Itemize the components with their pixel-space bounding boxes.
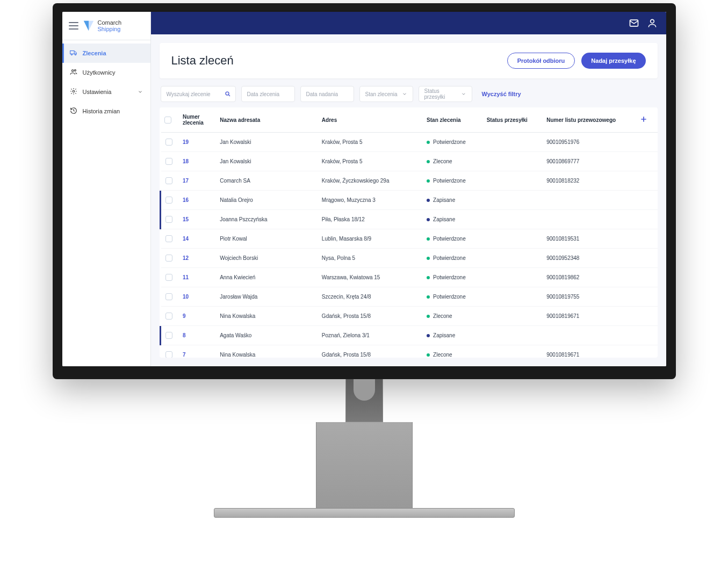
cell-tracking bbox=[542, 326, 632, 345]
sidebar-item-label: Ustawienia bbox=[83, 89, 112, 95]
row-checkbox[interactable] bbox=[165, 274, 172, 281]
table-row[interactable]: 10Jarosław WajdaSzczecin, Kręta 24/8Potw… bbox=[160, 287, 658, 307]
svg-point-1 bbox=[71, 54, 72, 55]
status-dot-icon bbox=[427, 141, 430, 144]
table-row[interactable]: 14Piotr KowalLublin, Masarska 8/9Potwier… bbox=[160, 229, 658, 249]
table-row[interactable]: 16Natalia OrejroMrągowo, Muzyczna 3Zapis… bbox=[160, 191, 658, 210]
mail-icon[interactable] bbox=[629, 18, 639, 28]
cell-address: Szczecin, Kręta 24/8 bbox=[318, 287, 422, 307]
order-number-link[interactable]: 17 bbox=[183, 178, 189, 184]
table-row[interactable]: 9Nina KowalskaGdańsk, Prosta 15/8Zlecone… bbox=[160, 307, 658, 326]
row-checkbox[interactable] bbox=[165, 235, 172, 242]
page-header: Lista zleceń Protokół odbioru Nadaj prze… bbox=[160, 43, 658, 78]
row-checkbox[interactable] bbox=[165, 293, 172, 300]
th-recipient[interactable]: Nazwa adresata bbox=[215, 107, 318, 133]
row-checkbox[interactable] bbox=[165, 139, 172, 146]
table-row[interactable]: 19Jan KowalskiKraków, Prosta 5Potwierdzo… bbox=[160, 133, 658, 152]
svg-point-7 bbox=[650, 19, 654, 23]
row-checkbox[interactable] bbox=[165, 313, 172, 320]
th-status[interactable]: Status przesyłki bbox=[482, 107, 543, 133]
table-row[interactable]: 11Anna KwiecieńWarszawa, Kwiatowa 15Potw… bbox=[160, 268, 658, 287]
cell-address: Mrągowo, Muzyczna 3 bbox=[318, 191, 422, 210]
order-number-link[interactable]: 19 bbox=[183, 139, 189, 145]
orders-table: Numer zlecenia Nazwa adresata Adres Stan… bbox=[160, 107, 658, 358]
cell-status bbox=[482, 287, 543, 307]
order-number-link[interactable]: 8 bbox=[183, 332, 186, 338]
topbar bbox=[151, 12, 666, 34]
th-order-num[interactable]: Numer zlecenia bbox=[178, 107, 215, 133]
row-checkbox[interactable] bbox=[165, 255, 172, 262]
sidebar: Comarch Shipping ZleceniaUżytkownicyUsta… bbox=[62, 12, 151, 366]
clear-filters-link[interactable]: Wyczyść filtry bbox=[482, 91, 521, 97]
cell-address: Kraków, Życzkowskiego 29a bbox=[318, 171, 422, 191]
history-icon bbox=[70, 107, 77, 115]
sidebar-item-zlecenia[interactable]: Zlecenia bbox=[62, 44, 150, 63]
order-number-link[interactable]: 15 bbox=[183, 216, 189, 222]
hamburger-menu-icon[interactable] bbox=[69, 22, 78, 30]
select-all-checkbox[interactable] bbox=[164, 117, 171, 124]
status-dot-icon bbox=[427, 257, 430, 260]
table-row[interactable]: 18Jan KowalskiKraków, Prosta 5Zlecone900… bbox=[160, 152, 658, 171]
cell-recipient: Natalia Orejro bbox=[215, 191, 318, 210]
date-submit-filter[interactable]: Data nadania bbox=[300, 86, 354, 102]
truck-icon bbox=[70, 49, 77, 57]
sidebar-item-ustawienia[interactable]: Ustawienia bbox=[62, 82, 150, 102]
search-input[interactable] bbox=[167, 91, 230, 97]
cell-address: Poznań, Zielona 3/1 bbox=[318, 326, 422, 345]
cell-state: Potwierdzone bbox=[427, 274, 478, 280]
cell-recipient: Jan Kowalski bbox=[215, 133, 318, 152]
th-tracking[interactable]: Numer listu przewozowego bbox=[542, 107, 632, 133]
logo[interactable]: Comarch Shipping bbox=[83, 19, 122, 32]
table-row[interactable]: 12Wojciech BorskiNysa, Polna 5Potwierdzo… bbox=[160, 249, 658, 268]
row-checkbox[interactable] bbox=[165, 332, 172, 339]
sidebar-item-historia-zmian[interactable]: Historia zmian bbox=[62, 102, 150, 121]
row-checkbox[interactable] bbox=[165, 177, 172, 184]
sidebar-item-użytkownicy[interactable]: Użytkownicy bbox=[62, 63, 150, 82]
svg-rect-0 bbox=[70, 51, 74, 54]
cell-state: Zapisane bbox=[427, 216, 478, 222]
row-checkbox[interactable] bbox=[165, 351, 172, 358]
cell-tracking: 90010819671 bbox=[542, 345, 632, 358]
order-number-link[interactable]: 16 bbox=[183, 197, 189, 203]
order-number-link[interactable]: 7 bbox=[183, 352, 186, 358]
cell-recipient: Jan Kowalski bbox=[215, 152, 318, 171]
order-number-link[interactable]: 14 bbox=[183, 236, 189, 242]
add-icon[interactable] bbox=[639, 115, 648, 124]
table-row[interactable]: 17Comarch SAKraków, Życzkowskiego 29aPot… bbox=[160, 171, 658, 191]
cell-status bbox=[482, 326, 543, 345]
cell-tracking: 90010819755 bbox=[542, 287, 632, 307]
user-icon[interactable] bbox=[647, 18, 658, 28]
date-order-filter[interactable]: Data zlecenia bbox=[241, 86, 295, 102]
cell-address: Gdańsk, Prosta 15/8 bbox=[318, 307, 422, 326]
send-shipment-button[interactable]: Nadaj przesyłkę bbox=[581, 53, 645, 69]
cell-recipient: Joanna Pszczyńska bbox=[215, 210, 318, 229]
order-state-filter[interactable]: Stan zlecenia bbox=[359, 86, 413, 102]
th-state[interactable]: Stan zlecenia bbox=[422, 107, 482, 133]
status-dot-icon bbox=[427, 179, 430, 183]
row-checkbox[interactable] bbox=[165, 158, 172, 165]
main: Lista zleceń Protokół odbioru Nadaj prze… bbox=[151, 12, 666, 366]
cell-tracking: 90010819862 bbox=[542, 268, 632, 287]
cell-status bbox=[482, 249, 543, 268]
cell-state: Potwierdzone bbox=[427, 294, 478, 300]
status-dot-icon bbox=[427, 353, 430, 357]
th-address[interactable]: Adres bbox=[318, 107, 422, 133]
protocol-button[interactable]: Protokół odbioru bbox=[507, 53, 575, 69]
order-number-link[interactable]: 18 bbox=[183, 158, 189, 164]
table-row[interactable]: 15Joanna PszczyńskaPiła, Płaska 18/12Zap… bbox=[160, 210, 658, 229]
shipment-status-filter[interactable]: Status przesyłki bbox=[419, 86, 472, 102]
cell-state: Potwierdzone bbox=[427, 255, 478, 261]
order-number-link[interactable]: 9 bbox=[183, 313, 186, 319]
row-checkbox[interactable] bbox=[165, 197, 172, 204]
status-dot-icon bbox=[427, 237, 430, 241]
order-number-link[interactable]: 10 bbox=[183, 294, 189, 300]
table-row[interactable]: 7Nina KowalskaGdańsk, Prosta 15/8Zlecone… bbox=[160, 345, 658, 358]
page-title: Lista zleceń bbox=[171, 54, 234, 68]
svg-point-2 bbox=[75, 54, 76, 55]
order-number-link[interactable]: 12 bbox=[183, 255, 189, 261]
svg-point-5 bbox=[73, 90, 75, 92]
row-checkbox[interactable] bbox=[165, 216, 172, 223]
table-row[interactable]: 8Agata WaśkoPoznań, Zielona 3/1Zapisane bbox=[160, 326, 658, 345]
order-number-link[interactable]: 11 bbox=[183, 274, 189, 280]
search-filter[interactable] bbox=[161, 86, 236, 102]
